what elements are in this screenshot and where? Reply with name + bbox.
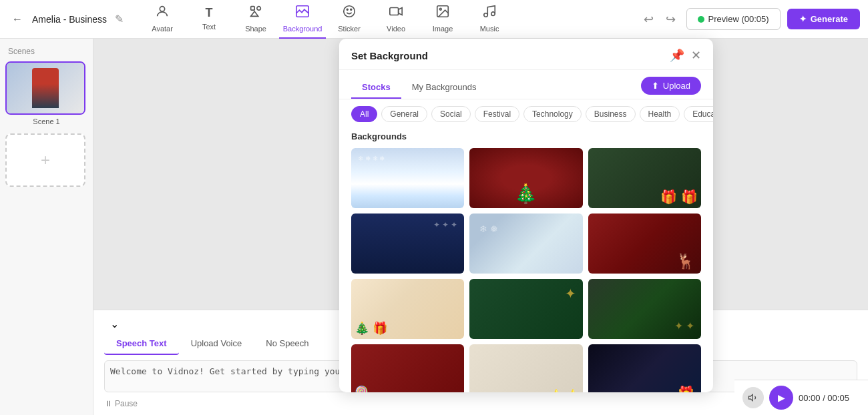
svg-point-12 — [484, 13, 488, 17]
toolbar: ← Amelia - Business ✎ Avatar T Text — [0, 0, 868, 39]
tool-text[interactable]: T Text — [186, 0, 232, 39]
background-grid — [339, 143, 713, 392]
svg-marker-14 — [748, 394, 752, 400]
svg-point-11 — [439, 8, 441, 10]
filter-festival[interactable]: Festival — [475, 106, 519, 122]
tool-music-label: Music — [480, 25, 499, 33]
scene-1-thumb[interactable] — [5, 61, 85, 115]
my-backgrounds-label: My Backgrounds — [412, 82, 477, 92]
tool-background[interactable]: Background — [279, 0, 326, 39]
filter-all[interactable]: All — [351, 106, 377, 122]
tool-video-label: Video — [387, 25, 405, 33]
background-panel: Set Background 📌 ✕ Stocks My Backgrounds… — [339, 39, 713, 392]
toolbar-left: ← Amelia - Business ✎ — [8, 10, 126, 29]
svg-point-6 — [347, 9, 348, 10]
avatar-icon — [155, 4, 170, 22]
upload-button[interactable]: ⬆ Upload — [641, 77, 701, 95]
back-button[interactable]: ← — [8, 10, 27, 29]
redo-button[interactable]: ↪ — [662, 9, 680, 29]
collapse-arrow[interactable]: ⌄ — [104, 317, 124, 330]
scene-1-label: Scene 1 — [5, 117, 87, 125]
panel-title: Set Background — [351, 50, 428, 61]
bg-thumb-9[interactable] — [588, 279, 701, 339]
bg-thumb-8[interactable] — [469, 279, 582, 339]
tool-sticker-label: Sticker — [338, 25, 361, 33]
shape-icon — [248, 4, 263, 22]
preview-status-dot — [698, 16, 704, 23]
background-icon — [295, 4, 310, 22]
edit-icon[interactable]: ✎ — [112, 13, 126, 26]
tool-avatar[interactable]: Avatar — [139, 0, 186, 39]
filter-general[interactable]: General — [381, 106, 427, 122]
filter-social[interactable]: Social — [431, 106, 471, 122]
filter-education[interactable]: Education — [684, 106, 713, 122]
tool-shape-label: Shape — [245, 25, 266, 33]
preview-button[interactable]: Preview (00:05) — [686, 8, 781, 30]
bg-thumb-4[interactable] — [351, 214, 464, 274]
svg-point-7 — [351, 9, 352, 10]
tool-video[interactable]: Video — [373, 0, 419, 39]
bg-thumb-10[interactable] — [351, 344, 464, 392]
svg-rect-1 — [251, 7, 255, 11]
pin-icon[interactable]: 📌 — [670, 48, 684, 63]
left-sidebar: Scenes Scene 1 + — [0, 39, 93, 415]
tab-speech-text[interactable]: Speech Text — [104, 333, 179, 355]
bg-thumb-6[interactable] — [588, 214, 701, 274]
add-scene-button[interactable]: + — [5, 133, 85, 187]
tool-avatar-label: Avatar — [152, 25, 173, 33]
tab-stocks[interactable]: Stocks — [351, 77, 401, 99]
generate-label: Generate — [811, 14, 848, 24]
upload-label: Upload — [663, 81, 690, 91]
svg-point-0 — [160, 7, 164, 11]
tool-music[interactable]: Music — [466, 0, 513, 39]
bg-thumb-12[interactable] — [588, 344, 701, 392]
tool-image[interactable]: Image — [419, 0, 466, 39]
music-icon — [482, 4, 497, 22]
speech-text-label: Speech Text — [116, 338, 167, 348]
filter-business[interactable]: Business — [586, 106, 636, 122]
playback-controls: ▶ 00:00 / 00:05 — [734, 380, 868, 415]
toolbar-tools: Avatar T Text Shape Background — [139, 0, 637, 39]
pause-label: Pause — [115, 399, 138, 408]
undo-button[interactable]: ↩ — [640, 9, 658, 29]
tab-no-speech[interactable]: No Speech — [254, 333, 320, 355]
panel-header: Set Background 📌 ✕ — [339, 39, 713, 70]
undo-redo-group: ↩ ↪ — [640, 9, 680, 29]
panel-tabs: Stocks My Backgrounds ⬆ Upload — [339, 70, 713, 99]
filter-technology[interactable]: Technology — [523, 106, 582, 122]
project-name: Amelia - Business — [32, 14, 107, 25]
tool-sticker[interactable]: Sticker — [326, 0, 373, 39]
svg-marker-9 — [399, 8, 403, 15]
generate-button[interactable]: ✦ Generate — [787, 9, 860, 29]
sticker-icon — [342, 4, 357, 22]
svg-point-5 — [344, 6, 355, 17]
tool-shape[interactable]: Shape — [232, 0, 279, 39]
stocks-label: Stocks — [362, 82, 391, 92]
image-icon — [435, 4, 450, 22]
filter-health[interactable]: Health — [640, 106, 680, 122]
bg-thumb-2[interactable] — [469, 148, 582, 208]
time-display: 00:00 / 00:05 — [799, 393, 849, 403]
svg-rect-8 — [390, 8, 399, 15]
upload-voice-label: Upload Voice — [191, 338, 242, 348]
scene-1-inner — [7, 63, 84, 113]
play-button[interactable]: ▶ — [769, 386, 793, 410]
close-icon[interactable]: ✕ — [691, 48, 701, 63]
tool-image-label: Image — [433, 25, 453, 33]
panel-actions: 📌 ✕ — [670, 48, 701, 63]
bg-thumb-11[interactable] — [469, 344, 582, 392]
preview-label: Preview (00:05) — [708, 14, 769, 24]
filter-row: All General Social Festival Technology B… — [339, 99, 713, 129]
avatar-thumbnail — [32, 68, 59, 108]
pause-icon: ⏸ — [104, 399, 112, 408]
tab-upload-voice[interactable]: Upload Voice — [179, 333, 254, 355]
bg-thumb-7[interactable] — [351, 279, 464, 339]
volume-button[interactable] — [742, 387, 764, 408]
no-speech-label: No Speech — [266, 338, 308, 348]
svg-point-2 — [257, 7, 261, 11]
bg-thumb-1[interactable] — [351, 148, 464, 208]
bg-thumb-3[interactable] — [588, 148, 701, 208]
tab-my-backgrounds[interactable]: My Backgrounds — [401, 77, 487, 99]
upload-icon: ⬆ — [652, 81, 659, 91]
bg-thumb-5[interactable] — [469, 214, 582, 274]
